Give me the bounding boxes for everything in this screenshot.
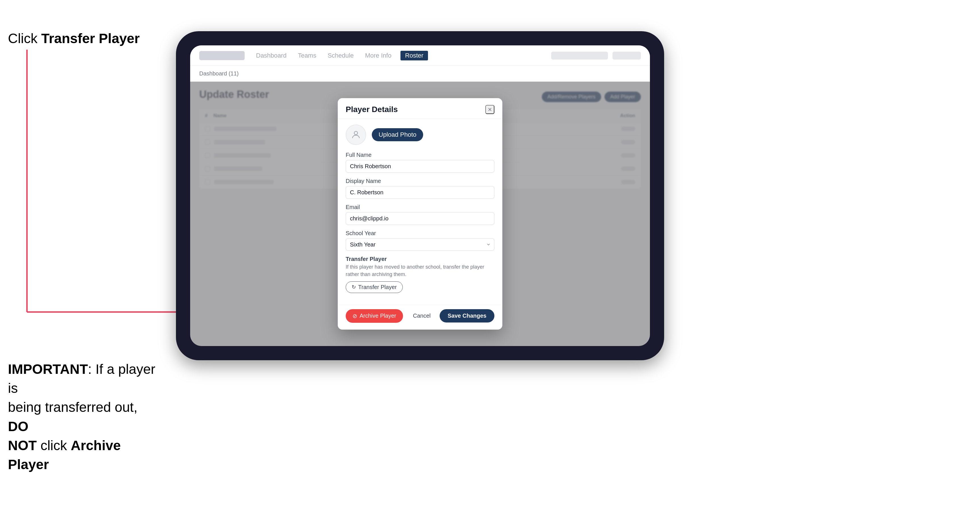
instruction-important: IMPORTANT: If a player isbeing transferr… — [8, 362, 155, 472]
display-name-label: Display Name — [346, 178, 495, 184]
transfer-section: Transfer Player If this player has moved… — [346, 256, 495, 293]
avatar-section: Full Name Upload Photo — [346, 124, 495, 145]
nav-item-roster[interactable]: Roster — [401, 51, 428, 60]
tablet-frame: Dashboard Teams Schedule More Info Roste… — [176, 31, 664, 360]
nav-item-teams[interactable]: Teams — [296, 51, 319, 60]
content-area: Update Roster Add/Remove Players Add Pla… — [190, 82, 650, 346]
nav-item-moreinfo[interactable]: More Info — [363, 51, 394, 60]
modal-body: Full Name Upload Photo Full Name Display… — [338, 119, 502, 304]
archive-label: Archive Player — [360, 313, 396, 319]
cancel-button[interactable]: Cancel — [409, 309, 435, 322]
nav-item-schedule[interactable]: Schedule — [325, 51, 356, 60]
instruction-top-prefix: Click — [8, 31, 41, 46]
header-logout[interactable] — [612, 52, 641, 60]
modal-overlay: Player Details × — [190, 82, 650, 346]
transfer-icon: ↻ — [352, 284, 356, 290]
player-avatar — [346, 124, 366, 145]
email-input[interactable] — [346, 212, 495, 225]
modal-footer: ⊘ Archive Player Cancel Save Changes — [338, 304, 502, 330]
nav-items: Dashboard Teams Schedule More Info Roste… — [254, 51, 542, 60]
transfer-section-label: Transfer Player — [346, 256, 495, 262]
modal-header: Player Details × — [338, 98, 502, 119]
instruction-top-bold: Transfer Player — [41, 31, 140, 46]
school-year-group: School Year Sixth Year First Year Second… — [346, 230, 495, 251]
player-details-modal: Player Details × — [338, 98, 502, 329]
email-group: Email — [346, 204, 495, 225]
archive-player-button[interactable]: ⊘ Archive Player — [346, 309, 403, 323]
modal-title: Player Details — [346, 105, 398, 114]
app-header: Dashboard Teams Schedule More Info Roste… — [190, 45, 650, 66]
transfer-button-label: Transfer Player — [358, 284, 397, 290]
modal-close-button[interactable]: × — [485, 105, 495, 114]
upload-photo-button[interactable]: Full Name Upload Photo — [372, 128, 423, 141]
school-year-select[interactable]: Sixth Year First Year Second Year Third … — [346, 238, 495, 251]
save-changes-button[interactable]: Save Changes — [440, 309, 495, 322]
footer-right-buttons: Cancel Save Changes — [409, 309, 495, 322]
archive-icon: ⊘ — [353, 313, 357, 319]
instruction-bottom: IMPORTANT: If a player isbeing transferr… — [8, 360, 161, 474]
full-name-label: Full Name — [346, 152, 495, 158]
display-name-group: Display Name — [346, 178, 495, 199]
app-logo — [199, 51, 245, 60]
breadcrumb: Dashboard (11) — [199, 70, 239, 77]
header-account — [551, 52, 608, 60]
svg-point-3 — [354, 131, 358, 135]
tablet-screen: Dashboard Teams Schedule More Info Roste… — [190, 45, 650, 346]
transfer-player-button[interactable]: ↻ Transfer Player — [346, 281, 403, 293]
school-year-label: School Year — [346, 230, 495, 237]
transfer-description: If this player has moved to another scho… — [346, 264, 495, 278]
instruction-top: Click Transfer Player — [8, 31, 140, 46]
sub-header: Dashboard (11) — [190, 66, 650, 82]
display-name-input[interactable] — [346, 186, 495, 199]
header-right — [551, 52, 641, 60]
full-name-input[interactable] — [346, 160, 495, 173]
email-label: Email — [346, 204, 495, 211]
full-name-group: Full Name — [346, 152, 495, 173]
nav-item-dashboard[interactable]: Dashboard — [254, 51, 289, 60]
